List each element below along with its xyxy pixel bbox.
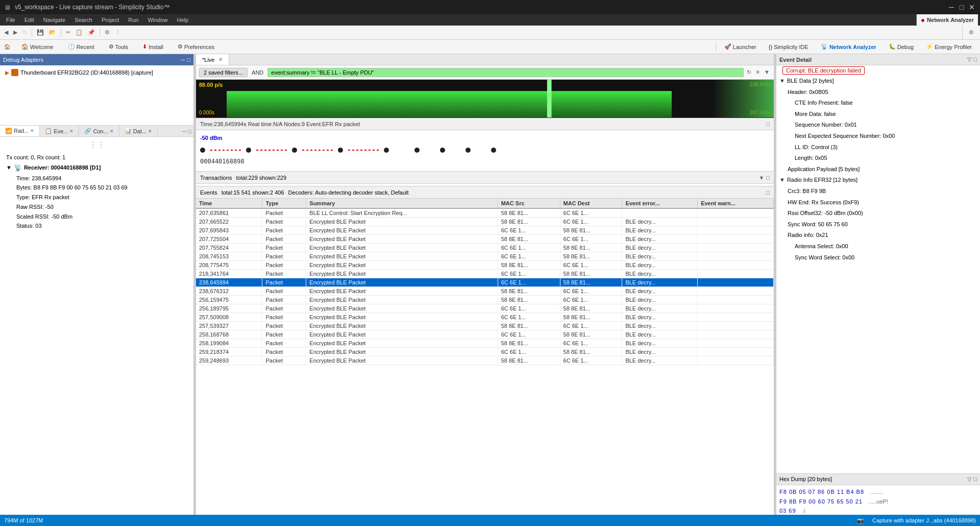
filter-input[interactable] xyxy=(267,68,744,77)
table-row[interactable]: 256,159475PacketEncrypted BLE Packet58 8… xyxy=(196,296,774,304)
detail-expand-btn[interactable]: □ xyxy=(973,56,977,63)
toolbar-more[interactable]: ⋮ xyxy=(113,28,122,37)
menu-search[interactable]: Search xyxy=(70,16,96,24)
ide-energy-btn[interactable]: ⚡ Energy Profiler xyxy=(922,42,976,51)
debug-adapter-item[interactable]: ▶ Thunderboard EFR32BG22 (ID:440168898) … xyxy=(2,67,191,78)
table-row[interactable]: 207,635861PacketBLE LL Control: Start En… xyxy=(196,208,774,218)
filter-clear-icon[interactable]: ✕ xyxy=(754,68,761,77)
menu-edit[interactable]: Edit xyxy=(20,16,38,24)
table-row[interactable]: 257,539327PacketEncrypted BLE Packet58 8… xyxy=(196,322,774,330)
receiver-address-label: Receiver: 000440168898 [D1] xyxy=(24,163,101,173)
pv-header-info: Time:238,645994s Real time:N/A Nodes:9 E… xyxy=(200,121,360,127)
toolbar-refresh[interactable]: ↻ xyxy=(20,28,29,37)
tree-item[interactable]: ▼BLE Data [2 bytes] xyxy=(776,76,980,87)
receiver-header[interactable]: ▼ 📡 Receiver: 000440168898 [D1] xyxy=(6,162,187,174)
toolbar-forward[interactable]: ▶ xyxy=(11,28,19,37)
left-panel-expand[interactable]: □ xyxy=(188,128,191,134)
tx-rx-count: Tx count: 0, Rx count: 1 xyxy=(6,153,187,162)
pv-expand-btn[interactable]: □ xyxy=(766,121,770,127)
menu-run[interactable]: Run xyxy=(124,16,142,24)
waveform-svg xyxy=(227,80,672,117)
na-install-btn[interactable]: ⬇ Install xyxy=(139,42,166,51)
live-tab-close[interactable]: ✕ xyxy=(218,57,223,62)
table-row[interactable]: 259,248693PacketEncrypted BLE Packet58 8… xyxy=(196,356,774,365)
minimize-button[interactable]: ─ xyxy=(947,3,955,11)
waveform-rate: 88.00 p/s xyxy=(199,82,223,88)
toolbar-back[interactable]: ◀ xyxy=(2,28,10,37)
menu-navigate[interactable]: Navigate xyxy=(39,16,69,24)
table-row[interactable]: 207,755824PacketEncrypted BLE Packet6C 6… xyxy=(196,244,774,252)
maximize-button[interactable]: □ xyxy=(958,3,966,11)
tab-con-close[interactable]: ✕ xyxy=(110,129,114,134)
ide-network-btn[interactable]: 📡 Network Analyzer xyxy=(817,42,880,51)
table-row[interactable]: 258,199084PacketEncrypted BLE Packet58 8… xyxy=(196,339,774,348)
menu-help[interactable]: Help xyxy=(173,16,193,24)
table-row[interactable]: 257,509008PacketEncrypted BLE Packet6C 6… xyxy=(196,313,774,322)
na-preferences-btn[interactable]: ⚙ Preferences xyxy=(175,42,217,51)
tab-rad[interactable]: 📶 Rad... ✕ xyxy=(0,126,40,136)
live-tab[interactable]: *Live ✕ xyxy=(196,54,229,65)
toolbar-save[interactable]: 💾 xyxy=(35,28,46,37)
hex-minimize-btn[interactable]: ▽ xyxy=(967,476,971,483)
table-row[interactable]: 238,645994PacketEncrypted BLE Packet6C 6… xyxy=(196,278,774,287)
toolbar-cut[interactable]: ✂ xyxy=(64,28,72,37)
table-row[interactable]: 258,168768PacketEncrypted BLE Packet6C 6… xyxy=(196,330,774,339)
da-minimize-btn[interactable]: ─ xyxy=(181,57,185,63)
hex-expand-btn[interactable]: □ xyxy=(973,476,977,483)
rx-scaled-rssi: Scaled RSSI: -50 dBm xyxy=(16,212,187,222)
tab-eve-close[interactable]: ✕ xyxy=(69,129,74,134)
events-table-wrap[interactable]: Time Type Summary MAC Src MAC Dest Event… xyxy=(196,199,774,518)
na-toolbar-icon1[interactable]: 🏠 xyxy=(4,44,10,50)
toolbar-settings[interactable]: ⚙ xyxy=(103,28,112,37)
na-recent-btn[interactable]: 🕐 Recent xyxy=(65,42,97,51)
left-bottom-tabs: 📶 Rad... ✕ 📋 Eve... ✕ 🔗 Con... ✕ 📊 Dat..… xyxy=(0,126,193,518)
tools-icon: ⚙ xyxy=(109,43,114,50)
events-expand-btn[interactable]: □ xyxy=(766,189,770,196)
tx-expand-btn[interactable]: □ xyxy=(766,175,770,181)
toolbar-sep1 xyxy=(32,29,32,37)
table-row[interactable]: 259,218374PacketEncrypted BLE Packet6C 6… xyxy=(196,348,774,356)
resize-handle[interactable]: ⋮⋮ xyxy=(2,139,191,151)
live-tab-bar: *Live ✕ xyxy=(196,54,774,65)
da-expand-btn[interactable]: □ xyxy=(187,57,190,63)
filter-apply-icon[interactable]: ↻ xyxy=(746,68,752,77)
tree-item[interactable]: ▼Radio Info EFR32 [12 bytes] xyxy=(776,175,980,186)
tab-rad-close[interactable]: ✕ xyxy=(30,128,34,133)
table-row[interactable]: 208,745153PacketEncrypted BLE Packet6C 6… xyxy=(196,252,774,261)
toolbar-open[interactable]: 📂 xyxy=(47,28,58,37)
toolbar-paste[interactable]: 📌 xyxy=(86,28,97,37)
tree-item-label: Next Expected Sequence Number: 0x00 xyxy=(795,133,895,139)
na-welcome-btn[interactable]: 🏠 Welcome xyxy=(18,42,57,51)
status-left: 794M of 1027M xyxy=(4,517,43,523)
detail-minimize-btn[interactable]: ▽ xyxy=(967,56,971,63)
pv-dot-6 xyxy=(414,148,420,153)
toolbar-copy[interactable]: 📋 xyxy=(74,28,85,37)
ide-debug-btn[interactable]: 🐛 Debug xyxy=(885,42,918,51)
table-row[interactable]: 207,665522PacketEncrypted BLE Packet58 8… xyxy=(196,218,774,226)
close-button[interactable]: ✕ xyxy=(968,3,976,11)
detail-tree: ▼BLE Data [2 bytes] Header: 0x0B05 CTE I… xyxy=(776,76,980,473)
tab-con[interactable]: 🔗 Con... ✕ xyxy=(79,126,119,136)
tab-eve[interactable]: 📋 Eve... ✕ xyxy=(40,126,79,136)
table-row[interactable]: 238,676312PacketEncrypted BLE Packet58 8… xyxy=(196,287,774,296)
table-row[interactable]: 207,695843PacketEncrypted BLE Packet6C 6… xyxy=(196,226,774,235)
menu-window[interactable]: Window xyxy=(143,16,172,24)
left-panel-minimize[interactable]: ─ xyxy=(183,128,187,134)
ide-simplicity-btn[interactable]: {} Simplicity IDE xyxy=(765,43,813,51)
menu-project[interactable]: Project xyxy=(97,16,123,24)
table-row[interactable]: 256,189795PacketEncrypted BLE Packet6C 6… xyxy=(196,304,774,313)
title-bar: 🖥 v5_workspace - Live capture stream - S… xyxy=(0,0,980,14)
pv-dot-3 xyxy=(292,148,297,153)
tx-dropdown-btn[interactable]: ▼ xyxy=(758,175,764,181)
table-row[interactable]: 208,775475PacketEncrypted BLE Packet58 8… xyxy=(196,261,774,270)
tab-dat[interactable]: 📊 Dat... ✕ xyxy=(119,126,158,136)
ide-launcher-btn[interactable]: 🚀 Launcher xyxy=(720,42,761,51)
table-row[interactable]: 207,725504PacketEncrypted BLE Packet58 8… xyxy=(196,235,774,244)
table-row[interactable]: 218,341764PacketEncrypted BLE Packet6C 6… xyxy=(196,270,774,278)
saved-filters-btn[interactable]: 2 saved filters... xyxy=(199,68,248,77)
toolbar-debug-icon[interactable]: ⚙ xyxy=(967,28,976,37)
filter-dropdown-icon[interactable]: ▼ xyxy=(763,68,771,77)
menu-file[interactable]: File xyxy=(2,16,19,24)
tab-dat-close[interactable]: ✕ xyxy=(148,129,152,134)
na-tools-btn[interactable]: ⚙ Tools xyxy=(106,42,132,51)
